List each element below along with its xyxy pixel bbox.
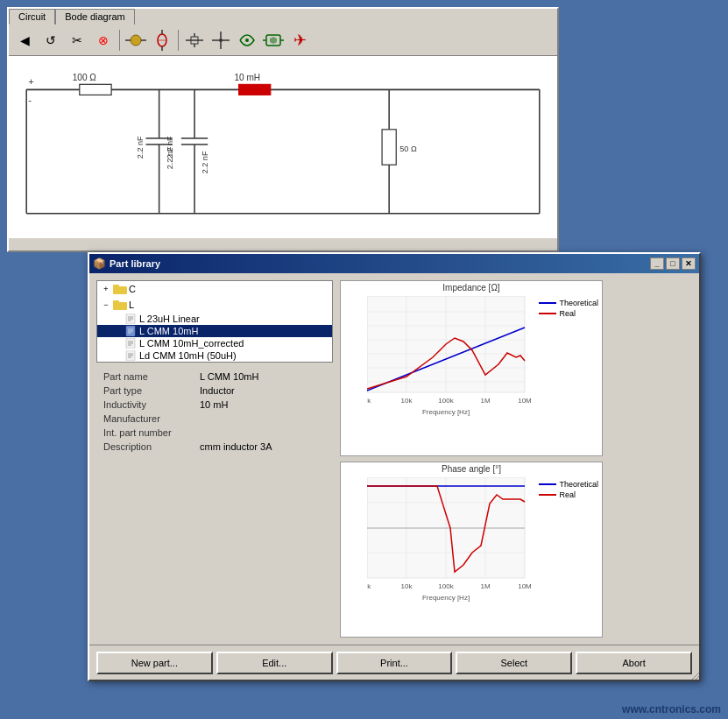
- svg-line-107: [696, 676, 699, 680]
- print-button[interactable]: Print...: [336, 652, 453, 674]
- left-panel: + C − L: [96, 280, 333, 638]
- comp1-icon[interactable]: [124, 28, 148, 53]
- part-type-label: Part type: [103, 385, 200, 396]
- svg-text:1M: 1M: [480, 397, 490, 405]
- separator1: [119, 30, 120, 51]
- scissors-icon[interactable]: ✂: [65, 28, 89, 53]
- comp2-icon[interactable]: [150, 28, 174, 53]
- svg-text:100k: 100k: [438, 582, 454, 590]
- inductivity-value: 10 mH: [200, 399, 228, 410]
- tree-panel: + C − L: [96, 280, 333, 363]
- svg-text:100k: 100k: [438, 397, 454, 405]
- svg-rect-45: [113, 285, 119, 288]
- maximize-button[interactable]: □: [666, 257, 680, 270]
- circuit-diagram: + - 100 Ω 10 mH 2.2 nF 2.2 nF: [9, 56, 557, 238]
- impedance-svg: 10M 1M 100k 10k 1k 100 10 1k 10k 100k 1M…: [367, 296, 560, 419]
- svg-rect-47: [113, 300, 119, 304]
- no-icon[interactable]: ⊗: [91, 28, 116, 53]
- svg-rect-24: [239, 84, 271, 95]
- manufacturer-label: Manufacturer: [103, 413, 200, 424]
- conn1-icon[interactable]: [182, 28, 207, 53]
- info-fields: Part name L CMM 10mH Part type Inductor …: [96, 368, 333, 459]
- resize-grip[interactable]: [689, 669, 699, 680]
- undo-icon[interactable]: ↺: [39, 28, 63, 53]
- dialog-titlebar: 📦 Part library _ □ ✕: [89, 254, 699, 273]
- svg-text:1k: 1k: [367, 397, 371, 405]
- svg-text:50 Ω: 50 Ω: [399, 145, 417, 153]
- tree-item-ldcmm[interactable]: Ld CMM 10mH (50uH): [97, 349, 332, 362]
- conn3-icon[interactable]: [235, 28, 259, 53]
- description-label: Description: [103, 441, 200, 452]
- svg-text:Frequency [Hz]: Frequency [Hz]: [422, 408, 470, 416]
- phase-title: Phase angle [°]: [341, 462, 602, 476]
- manufacturer-row: Manufacturer: [103, 413, 326, 424]
- folder-icon: [113, 283, 127, 295]
- charts-area: Impedance [Ω] Theoretical Real: [340, 280, 603, 638]
- svg-text:10k: 10k: [401, 582, 413, 590]
- svg-text:100 Ω: 100 Ω: [73, 73, 97, 82]
- airplane-icon[interactable]: ✈: [287, 28, 312, 53]
- theoretical-label: Theoretical: [559, 299, 598, 307]
- tree-item-l[interactable]: − L: [97, 297, 332, 313]
- watermark: www.cntronics.com: [622, 703, 721, 715]
- phase-real-legend: Real: [539, 490, 598, 499]
- svg-text:-: -: [28, 95, 32, 105]
- svg-text:2.2 nF: 2.2 nF: [136, 136, 145, 159]
- tree-item-c[interactable]: + C: [97, 281, 332, 297]
- file-selected-icon: [125, 326, 138, 336]
- svg-text:2.2 nF: 2.2 nF: [201, 151, 209, 173]
- phase-theoretical-legend: Theoretical: [539, 480, 598, 489]
- tree-item-l23[interactable]: L 23uH Linear: [97, 313, 332, 325]
- arrow-left-icon[interactable]: ◀: [12, 28, 37, 53]
- tab-circuit[interactable]: Circuit: [9, 9, 55, 25]
- phase-real-line: [539, 494, 556, 496]
- tree-item-lcmm[interactable]: L CMM 10mH: [97, 325, 332, 337]
- file3-icon: [125, 350, 138, 361]
- svg-text:10 mH: 10 mH: [234, 73, 260, 82]
- conn4-icon[interactable]: [261, 28, 286, 53]
- part-library-dialog: 📦 Part library _ □ ✕ + C: [88, 252, 701, 681]
- select-button[interactable]: Select: [456, 652, 572, 674]
- svg-point-13: [219, 39, 223, 42]
- impedance-title: Impedance [Ω]: [341, 281, 602, 294]
- circuit-titlebar: Circuit Bode diagram: [9, 9, 557, 25]
- conn2-icon[interactable]: [209, 28, 233, 53]
- abort-button[interactable]: Abort: [576, 652, 692, 674]
- phase-svg: 100 50 0 -50 -100 1k 10k 100k 1M 10M Fre…: [367, 477, 560, 604]
- dialog-controls: _ □ ✕: [650, 257, 696, 270]
- svg-line-106: [692, 673, 699, 680]
- description-row: Description cmm inductor 3A: [103, 441, 326, 452]
- part-type-value: Inductor: [200, 385, 235, 396]
- edit-button[interactable]: Edit...: [216, 652, 333, 674]
- lcmmc-label: L CMM 10mH_corrected: [139, 338, 244, 349]
- tree-item-lcmmc[interactable]: L CMM 10mH_corrected: [97, 337, 332, 349]
- real-legend-item: Real: [539, 309, 598, 318]
- l-expand-icon[interactable]: −: [99, 298, 113, 312]
- impedance-chart: Impedance [Ω] Theoretical Real: [340, 280, 603, 456]
- l23-label: L 23uH Linear: [139, 314, 200, 324]
- svg-text:1M: 1M: [480, 582, 490, 590]
- c-label: C: [129, 284, 136, 294]
- phase-theoretical-line: [539, 483, 556, 485]
- ldcmm-label: Ld CMM 10mH (50uH): [139, 350, 237, 361]
- dialog-body: + C − L: [89, 273, 699, 645]
- dialog-title-left: 📦 Part library: [93, 257, 160, 270]
- minimize-button[interactable]: _: [650, 257, 664, 270]
- folder-open-icon: [113, 299, 127, 311]
- svg-text:10M: 10M: [518, 582, 532, 590]
- close-button[interactable]: ✕: [682, 257, 696, 270]
- int-part-label: Int. part number: [103, 427, 200, 438]
- part-name-label: Part name: [103, 371, 200, 382]
- dialog-buttons: New part... Edit... Print... Select Abor…: [89, 645, 699, 680]
- part-name-row: Part name L CMM 10mH: [103, 371, 326, 382]
- phase-legend: Theoretical Real: [539, 480, 598, 501]
- part-name-value: L CMM 10mH: [200, 371, 258, 382]
- c-expand-icon[interactable]: +: [99, 282, 113, 296]
- tab-bode[interactable]: Bode diagram: [55, 9, 135, 25]
- svg-rect-39: [382, 130, 396, 165]
- phase-real-label: Real: [559, 490, 576, 499]
- real-line-sample: [539, 313, 556, 314]
- new-part-button[interactable]: New part...: [96, 652, 213, 674]
- phase-chart: Phase angle [°] Theoretical Real: [340, 462, 603, 638]
- circuit-window: Circuit Bode diagram ◀ ↺ ✂ ⊗: [7, 7, 559, 252]
